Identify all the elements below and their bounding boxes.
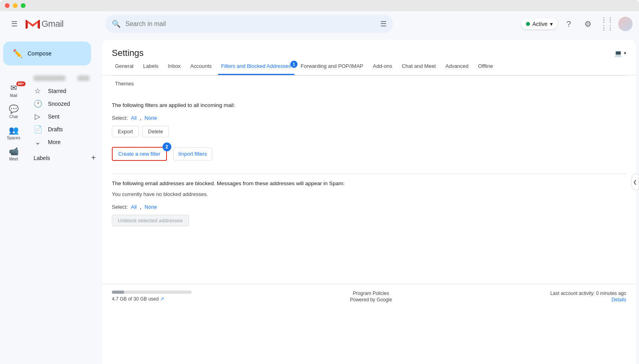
settings-header: Settings 💻 ▾	[102, 40, 636, 58]
unblock-btn-row: Unblock selected addresses	[112, 215, 626, 226]
compose-icon: ✏️	[13, 49, 23, 58]
more-chevron-icon: ⌄	[34, 138, 42, 146]
sidebar-item-snoozed[interactable]: 🕐 Snoozed	[27, 97, 96, 110]
inbox-item-blurred	[27, 72, 96, 85]
blocked-select-none[interactable]: None	[145, 204, 157, 210]
meet-icon: 📹	[9, 146, 19, 156]
tab-general[interactable]: General	[112, 58, 137, 75]
header: ☰ Gmail 🔍 ☰ Active	[0, 11, 639, 37]
add-label-button[interactable]: +	[91, 153, 96, 162]
search-icon: 🔍	[112, 20, 121, 28]
details-link[interactable]: Details	[611, 297, 626, 303]
main-layout: ✏️ Compose ✉ Mail 99+ 💬 Chat 👥 Spaces	[0, 37, 639, 364]
window-minimize-btn[interactable]	[13, 3, 18, 8]
filters-select-label: Select:	[112, 115, 128, 121]
window-chrome	[0, 0, 639, 11]
window-close-btn[interactable]	[5, 3, 10, 8]
active-label: Active	[532, 21, 548, 27]
unblock-button: Unblock selected addresses	[112, 215, 189, 226]
filters-select-none[interactable]: None	[145, 115, 157, 121]
sidebar-item-chat[interactable]: 💬 Chat	[0, 101, 27, 122]
search-filter-icon[interactable]: ☰	[380, 20, 387, 28]
tab-advanced[interactable]: Advanced	[442, 58, 472, 75]
filters-btn-row: Export Delete	[112, 126, 626, 137]
help-button[interactable]: ?	[561, 16, 577, 32]
tab-filters[interactable]: Filters and Blocked Addresses 1	[218, 58, 294, 75]
tab-chat-meet[interactable]: Chat and Meet	[399, 58, 439, 75]
sidebar-item-starred[interactable]: ☆ Starred	[27, 85, 96, 97]
snooze-icon: 🕐	[34, 99, 42, 108]
manage-storage-icon[interactable]: ↗	[160, 296, 164, 302]
grid-icon: ⋮⋮⋮⋮	[601, 16, 613, 32]
tab-inbox[interactable]: Inbox	[165, 58, 184, 75]
tab-labels[interactable]: Labels	[140, 58, 161, 75]
search-input[interactable]	[125, 20, 375, 28]
no-blocked-msg: You currently have no blocked addresses.	[112, 191, 626, 197]
blocked-select-all[interactable]: All	[131, 204, 137, 210]
storage-used-label: 4.7 GB of 30 GB used	[112, 296, 159, 302]
filters-select-all[interactable]: All	[131, 115, 137, 121]
settings-button[interactable]: ⚙	[580, 16, 596, 32]
tab-themes[interactable]: Themes	[112, 76, 137, 93]
gear-icon: ⚙	[584, 19, 591, 29]
hamburger-menu[interactable]: ☰	[6, 16, 22, 32]
sidebar-item-meet[interactable]: 📹 Meet	[0, 143, 27, 164]
footer-activity: Last account activity: 0 minutes ago Det…	[550, 291, 626, 303]
avatar[interactable]	[618, 17, 633, 31]
active-status-badge[interactable]: Active ▾	[521, 18, 558, 30]
active-dropdown-icon: ▾	[550, 21, 553, 27]
tab-offline[interactable]: Offline	[475, 58, 496, 75]
sidebar-collapse-btn[interactable]: ❮	[631, 174, 639, 190]
labels-title: Labels	[34, 155, 50, 161]
svg-rect-2	[38, 20, 40, 29]
gmail-label: Gmail	[42, 19, 64, 29]
storage-bar-bg	[112, 291, 192, 294]
settings-tabs: General Labels Inbox Accounts Filters an…	[102, 58, 636, 75]
chat-icon: 💬	[9, 104, 19, 114]
apps-button[interactable]: ⋮⋮⋮⋮	[599, 16, 615, 32]
storage-text: 4.7 GB of 30 GB used ↗	[112, 296, 192, 302]
sidebar-item-sent[interactable]: ▷ Sent	[27, 110, 96, 123]
sidebar-item-drafts[interactable]: 📄 Drafts	[27, 123, 96, 136]
spaces-icon: 👥	[9, 125, 19, 135]
tab-accounts[interactable]: Accounts	[187, 58, 214, 75]
sidebar-item-mail[interactable]: ✉ Mail 99+	[0, 80, 27, 101]
import-filters-link[interactable]: Import filters	[173, 147, 212, 160]
sidebar-item-spaces[interactable]: 👥 Spaces	[0, 122, 27, 143]
gmail-m-icon	[26, 18, 40, 30]
create-new-filter-link[interactable]: Create a new filter	[113, 148, 165, 159]
tab-addons[interactable]: Add-ons	[370, 58, 395, 75]
compose-button[interactable]: ✏️ Compose	[3, 42, 91, 65]
active-dot	[526, 22, 530, 26]
blocked-select-sep: ,	[140, 204, 141, 210]
powered-by-google: Powered by Google	[350, 297, 392, 303]
mail-nav: ☆ Starred 🕐 Snoozed ▷ Sent 📄 Drafts ⌄	[27, 69, 102, 166]
filters-section: The following filters are applied to all…	[102, 93, 636, 236]
device-dropdown-icon: ▾	[624, 50, 626, 56]
blocked-select-row: Select: All , None	[112, 204, 626, 210]
program-policies-link[interactable]: Program Policies	[353, 291, 389, 296]
footer-bottom: 4.7 GB of 30 GB used ↗ Program Policies …	[112, 291, 626, 303]
help-icon: ?	[566, 20, 571, 29]
sidebar-item-more[interactable]: ⌄ More	[27, 136, 96, 148]
sidebar-chat-label: Chat	[9, 115, 18, 119]
settings-title: Settings	[112, 48, 144, 58]
settings-content-area: Settings 💻 ▾ General Labels Inbox Accoun…	[102, 40, 636, 364]
filters-select-row: Select: All , None	[112, 115, 626, 121]
sidebar-spaces-label: Spaces	[7, 136, 20, 140]
labels-section: Labels +	[27, 150, 102, 166]
delete-button[interactable]: Delete	[142, 126, 169, 137]
device-selector[interactable]: 💻 ▾	[614, 49, 626, 57]
create-filter-row: Create a new filter 2 Import filters	[112, 147, 626, 161]
chevron-left-icon: ❮	[633, 179, 637, 185]
tab-filters-badge: 1	[290, 61, 298, 68]
tab-forwarding[interactable]: Forwarding and POP/IMAP	[298, 58, 367, 75]
sidebar: ✏️ Compose ✉ Mail 99+ 💬 Chat 👥 Spaces	[0, 37, 102, 364]
window-maximize-btn[interactable]	[21, 3, 26, 8]
drafts-icon: 📄	[34, 125, 42, 134]
sidebar-meet-label: Meet	[9, 157, 18, 161]
header-left: ☰ Gmail	[6, 16, 102, 32]
svg-rect-1	[26, 20, 27, 29]
search-container[interactable]: 🔍 ☰	[105, 15, 393, 33]
export-button[interactable]: Export	[112, 126, 139, 137]
